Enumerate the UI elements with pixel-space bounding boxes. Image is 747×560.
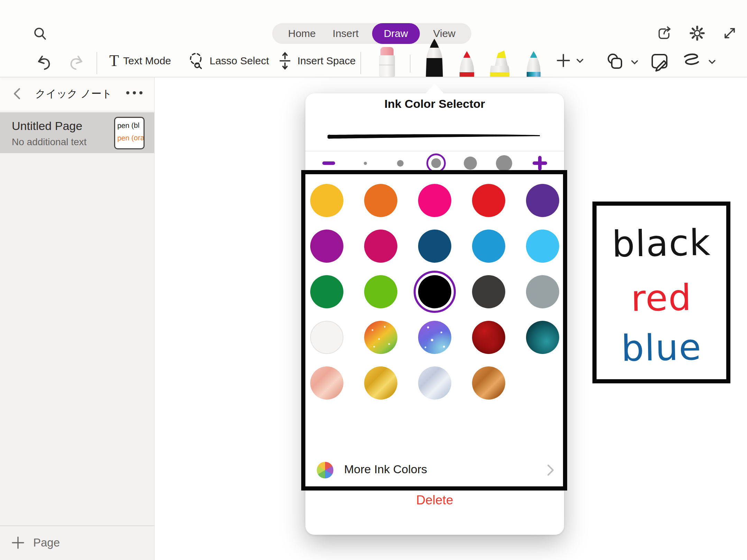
color-swatch-pink[interactable] [418, 184, 451, 217]
color-swatch-gray[interactable] [526, 275, 559, 308]
eraser-tool[interactable] [376, 45, 398, 77]
popup-arrow [425, 84, 444, 94]
color-swatch-dark-blue[interactable] [418, 230, 451, 263]
lasso-select-label: Lasso Select [210, 55, 269, 67]
text-mode-button[interactable]: T Text Mode [109, 51, 171, 71]
ribbon-divider [360, 52, 361, 74]
color-swatch-yellow[interactable] [310, 184, 343, 217]
shapes-icon [605, 52, 626, 72]
expand-icon[interactable] [721, 25, 738, 41]
delete-pen-button[interactable]: Delete [305, 493, 564, 507]
color-swatch-red[interactable] [472, 184, 505, 217]
undo-button[interactable] [35, 54, 53, 71]
sidebar-header: クイック ノート [0, 77, 154, 111]
color-swatch-ocean[interactable] [526, 321, 559, 354]
color-swatch-black[interactable] [418, 275, 451, 308]
notebook-section-title: クイック ノート [24, 77, 123, 111]
color-swatch-white[interactable] [310, 321, 343, 354]
ink-color-selector-popup: Ink Color Selector More Ink Colors Delet… [305, 93, 564, 535]
text-mode-label: Text Mode [123, 55, 171, 67]
color-swatch-rainbow-glitter[interactable] [364, 321, 397, 354]
color-swatch-bronze[interactable] [472, 366, 505, 400]
settings-gear-icon[interactable] [689, 25, 706, 41]
handwritten-word-black: black [592, 221, 731, 266]
page-subtitle: No additional text [12, 137, 86, 148]
pen-divider [410, 55, 411, 73]
plus-icon [10, 535, 26, 550]
search-icon[interactable] [32, 26, 48, 42]
color-swatch-blue[interactable] [472, 230, 505, 263]
color-swatch-green[interactable] [310, 275, 343, 308]
color-swatch-gold[interactable] [364, 366, 397, 400]
redo-button[interactable] [68, 54, 85, 71]
color-swatch-orange[interactable] [364, 184, 397, 217]
color-swatch-raspberry[interactable] [364, 230, 397, 263]
thumbnail-ink-line: pen (ora [115, 133, 144, 142]
lasso-select-button[interactable]: Lasso Select [187, 51, 269, 71]
color-swatch-silver[interactable] [418, 366, 451, 400]
galaxy-pen-tool[interactable] [524, 50, 544, 77]
more-ink-colors-button[interactable]: More Ink Colors [305, 456, 564, 484]
insert-space-label: Insert Space [297, 55, 356, 67]
color-swatch-dark-gray[interactable] [472, 275, 505, 308]
tab-insert[interactable]: Insert [329, 23, 362, 44]
add-pen-button[interactable] [555, 53, 584, 68]
color-swatch-galaxy[interactable] [418, 321, 451, 354]
color-swatch-light-blue[interactable] [526, 230, 559, 263]
top-bar: Home Insert Draw View [0, 0, 747, 77]
add-page-label: Page [33, 535, 60, 550]
ink-effects-icon [682, 53, 703, 71]
ribbon-divider [96, 52, 97, 74]
yellow-highlighter-tool[interactable] [488, 49, 511, 77]
plus-icon [555, 53, 571, 68]
insert-space-icon [277, 51, 293, 71]
color-swatch-ruby[interactable] [472, 321, 505, 354]
handwritten-word-red: red [592, 276, 731, 320]
insert-space-button[interactable]: Insert Space [277, 51, 356, 71]
handwritten-word-blue: blue [592, 326, 731, 370]
page-title: Untitled Page [12, 119, 82, 133]
page-list-sidebar: クイック ノート Untitled Page No additional tex… [0, 77, 155, 560]
add-page-button[interactable]: Page [0, 525, 154, 560]
black-pen-tool[interactable] [422, 37, 447, 77]
share-icon[interactable] [656, 25, 673, 41]
top-actions [656, 25, 738, 41]
ink-annotate-button[interactable] [650, 52, 670, 72]
chevron-down-icon [630, 57, 639, 66]
color-swatch-purple[interactable] [526, 184, 559, 217]
ink-effects-button[interactable] [682, 53, 717, 71]
tab-home[interactable]: Home [285, 23, 319, 44]
red-pen-tool[interactable] [456, 50, 477, 77]
shapes-button[interactable] [605, 52, 639, 72]
chevron-left-icon [10, 86, 24, 101]
color-swatch-violet[interactable] [310, 230, 343, 263]
back-button[interactable] [10, 86, 24, 101]
chevron-down-icon [708, 57, 717, 66]
chevron-down-icon [575, 56, 584, 65]
draw-ribbon: T Text Mode Lasso Select Insert Space [0, 45, 747, 77]
ink-annotate-icon [650, 52, 670, 72]
page-thumbnail: pen (blpen (ora [114, 117, 145, 149]
color-wheel-icon [317, 462, 333, 478]
text-mode-icon: T [109, 51, 119, 71]
thumbnail-ink-line: pen (bl [115, 121, 144, 130]
color-swatch-light-green[interactable] [364, 275, 397, 308]
more-ink-colors-label: More Ink Colors [344, 463, 427, 476]
onenote-draw-screen: Home Insert Draw View [0, 0, 747, 560]
sidebar-more-button[interactable] [126, 91, 142, 94]
color-swatch-rose-gold[interactable] [310, 366, 343, 400]
tab-draw[interactable]: Draw [372, 23, 420, 44]
handwriting-words: blackredblue [592, 202, 730, 383]
lasso-icon [187, 51, 205, 71]
page-list-item-selected[interactable]: Untitled Page No additional text pen (bl… [0, 112, 154, 153]
chevron-right-icon [545, 463, 556, 478]
